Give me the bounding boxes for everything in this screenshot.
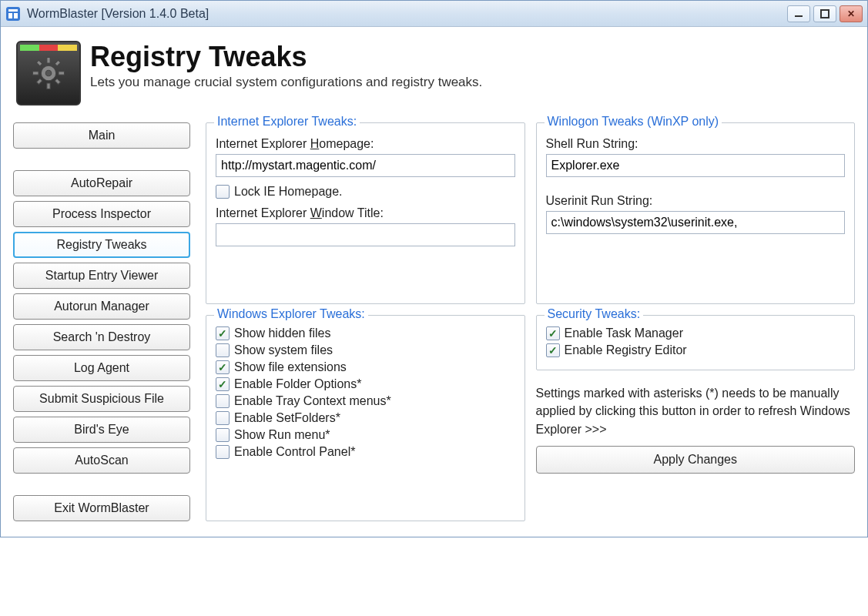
explorer-enable-control-panel-label: Enable Control Panel* (234, 445, 355, 459)
explorer-show-system-files-checkbox[interactable] (216, 343, 230, 357)
shell-run-label: Shell Run String: (546, 137, 846, 151)
maximize-button[interactable] (813, 5, 836, 22)
sidebar-item-autorun-manager[interactable]: Autorun Manager (13, 293, 190, 320)
svg-rect-5 (821, 10, 829, 18)
sidebar-item-registry-tweaks[interactable]: Registry Tweaks (13, 232, 190, 258)
page-title: Registry Tweaks (90, 41, 482, 73)
sidebar-item-autorepair[interactable]: AutoRepair (13, 170, 190, 196)
sidebar-item-submit-suspicious-file[interactable]: Submit Suspicious File (13, 386, 190, 412)
window-title: WormBlaster [Version 1.4.0 Beta] (27, 7, 209, 21)
page-subtitle: Lets you manage crucial system configura… (90, 75, 482, 90)
svg-point-15 (45, 70, 52, 76)
svg-rect-7 (47, 57, 50, 63)
security-enable-task-manager-checkbox[interactable]: ✓ (546, 326, 560, 340)
explorer-show-run-menu-checkbox[interactable] (216, 428, 230, 442)
ie-windowtitle-input[interactable] (216, 223, 515, 246)
explorer-enable-folder-options-label: Enable Folder Options* (234, 377, 361, 391)
sidebar-item-search-n-destroy[interactable]: Search 'n Destroy (13, 324, 190, 350)
explorer-show-file-extensions-checkbox[interactable]: ✓ (216, 360, 230, 374)
sidebar-item-birds-eye[interactable]: Bird's Eye (13, 417, 190, 443)
content-area: Registry Tweaks Lets you manage crucial … (1, 27, 867, 537)
svg-rect-14 (36, 79, 42, 85)
explorer-show-hidden-files-label: Show hidden files (234, 326, 330, 340)
svg-rect-9 (32, 72, 39, 75)
explorer-show-system-files-label: Show system files (234, 343, 333, 357)
userinit-run-label: Userinit Run String: (546, 194, 846, 208)
svg-rect-0 (6, 7, 20, 21)
svg-rect-8 (47, 83, 50, 89)
group-winlogon-tweaks: Winlogon Tweaks (WinXP only) Shell Run S… (536, 122, 856, 304)
ie-windowtitle-label: Internet Explorer Window Title: (216, 206, 515, 220)
svg-rect-10 (59, 72, 65, 75)
minimize-button[interactable] (787, 5, 810, 22)
app-window: WormBlaster [Version 1.4.0 Beta] ✕ (0, 0, 868, 537)
explorer-enable-setfolders-label: Enable SetFolders* (234, 411, 340, 425)
explorer-enable-control-panel-checkbox[interactable] (216, 445, 230, 459)
group-legend: Internet Explorer Tweaks: (214, 115, 360, 129)
sidebar-item-exit[interactable]: Exit WormBlaster (13, 495, 190, 521)
ie-homepage-input[interactable] (216, 154, 515, 177)
explorer-enable-folder-options-checkbox[interactable]: ✓ (216, 377, 230, 391)
security-enable-task-manager-label: Enable Task Manager (565, 326, 683, 340)
lock-ie-homepage-label: Lock IE Homepage. (234, 185, 343, 199)
sidebar-item-log-agent[interactable]: Log Agent (13, 355, 190, 381)
shell-run-input[interactable] (546, 154, 846, 177)
group-ie-tweaks: Internet Explorer Tweaks: Internet Explo… (206, 122, 525, 304)
userinit-run-input[interactable] (546, 211, 846, 234)
sidebar: Main AutoRepair Process Inspector Regist… (13, 122, 190, 521)
main-panels: Internet Explorer Tweaks: Internet Explo… (206, 122, 855, 521)
security-enable-registry-editor-label: Enable Registry Editor (565, 343, 687, 357)
svg-rect-3 (14, 13, 18, 18)
app-icon (5, 6, 21, 22)
svg-rect-13 (55, 60, 61, 66)
group-legend: Security Tweaks: (545, 307, 644, 321)
explorer-enable-setfolders-checkbox[interactable] (216, 411, 230, 425)
explorer-show-file-extensions-label: Show file extensions (234, 360, 347, 374)
asterisk-note: Settings marked with asterisks (*) needs… (536, 384, 856, 438)
page-header: Registry Tweaks Lets you manage crucial … (13, 41, 855, 105)
security-enable-registry-editor-checkbox[interactable]: ✓ (546, 343, 560, 357)
svg-rect-4 (795, 15, 803, 17)
explorer-enable-tray-context-menus-label: Enable Tray Context menus* (234, 394, 391, 408)
group-explorer-tweaks: Windows Explorer Tweaks: ✓Show hidden fi… (206, 315, 525, 521)
lock-ie-homepage-checkbox[interactable] (216, 185, 230, 199)
sidebar-item-startup-entry-viewer[interactable]: Startup Entry Viewer (13, 263, 190, 289)
group-legend: Winlogon Tweaks (WinXP only) (545, 115, 722, 129)
svg-rect-12 (55, 79, 61, 85)
close-button[interactable]: ✕ (840, 5, 863, 22)
explorer-enable-tray-context-menus-checkbox[interactable] (216, 394, 230, 408)
apply-changes-button[interactable]: Apply Changes (536, 446, 856, 474)
group-security-tweaks: Security Tweaks: ✓Enable Task Manager✓En… (536, 315, 856, 370)
gear-icon (16, 41, 81, 105)
svg-rect-2 (8, 13, 12, 18)
sidebar-item-autoscan[interactable]: AutoScan (13, 447, 190, 474)
sidebar-item-main[interactable]: Main (13, 122, 190, 149)
explorer-show-run-menu-label: Show Run menu* (234, 428, 330, 442)
titlebar[interactable]: WormBlaster [Version 1.4.0 Beta] ✕ (1, 1, 867, 27)
explorer-show-hidden-files-checkbox[interactable]: ✓ (216, 326, 230, 340)
svg-rect-1 (8, 9, 18, 12)
svg-rect-11 (36, 60, 42, 66)
ie-homepage-label: Internet Explorer Homepage: (216, 137, 515, 151)
group-legend: Windows Explorer Tweaks: (214, 307, 368, 321)
sidebar-item-process-inspector[interactable]: Process Inspector (13, 201, 190, 227)
